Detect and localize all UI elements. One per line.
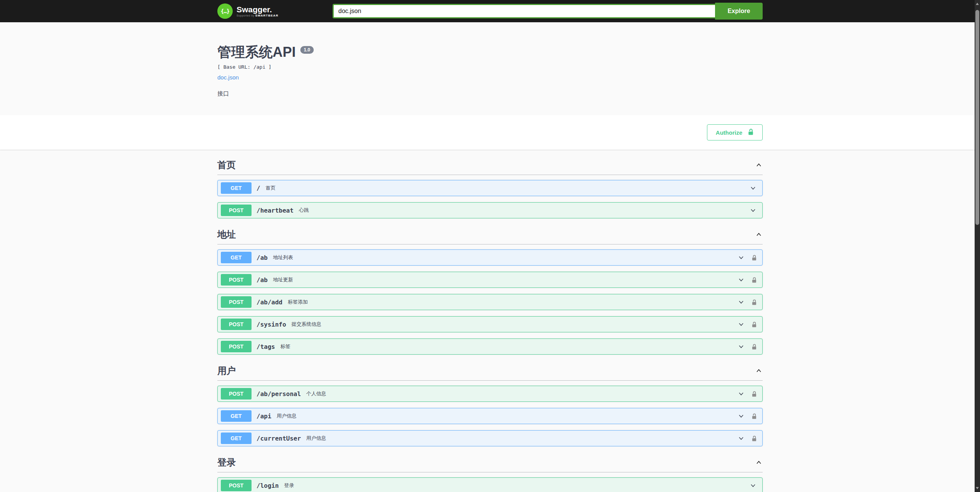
operation-row[interactable]: POST/login登录 — [217, 477, 763, 492]
section-header[interactable]: 地址 — [217, 225, 763, 244]
chevron-up-icon[interactable] — [755, 161, 763, 169]
brand-subtitle: Supported by SMARTBEAR — [237, 14, 278, 17]
lock-icon[interactable] — [752, 254, 757, 261]
method-badge: POST — [221, 319, 252, 330]
scrollbar-down-arrow[interactable] — [976, 487, 979, 489]
method-badge: GET — [221, 410, 252, 422]
operation-summary: 个人信息 — [306, 390, 326, 397]
operation-row-controls — [737, 254, 757, 261]
section-header[interactable]: 用户 — [217, 361, 763, 381]
chevron-down-icon[interactable] — [749, 184, 757, 192]
method-badge: POST — [221, 274, 252, 286]
operation-row[interactable]: POST/ab/add标签添加 — [217, 294, 763, 310]
operation-row[interactable]: GET/currentUser用户信息 — [217, 430, 763, 446]
operation-row[interactable]: GET/首页 — [217, 180, 763, 196]
page-title: 管理系统API1.0 — [217, 43, 763, 62]
operation-path: /ab — [257, 276, 268, 284]
operation-summary: 首页 — [266, 185, 276, 192]
section-title: 用户 — [217, 365, 236, 377]
chevron-up-icon[interactable] — [755, 367, 763, 375]
unlock-icon — [748, 128, 754, 137]
chevron-down-icon[interactable] — [749, 206, 757, 214]
operation-row-controls — [737, 412, 757, 420]
operation-summary: 登录 — [284, 482, 294, 489]
operation-path: /currentUser — [257, 435, 301, 442]
operation-path: /ab/personal — [257, 390, 301, 398]
operation-summary: 用户信息 — [277, 413, 297, 419]
operation-row[interactable]: POST/tags标签 — [217, 338, 763, 355]
chevron-down-icon[interactable] — [737, 343, 745, 350]
operation-summary: 标签添加 — [288, 299, 308, 305]
operation-row[interactable]: POST/ab/personal个人信息 — [217, 386, 763, 402]
explore-button[interactable]: Explore — [715, 3, 763, 20]
authorize-label: Authorize — [716, 129, 742, 136]
operation-path: /api — [257, 413, 271, 420]
lock-icon[interactable] — [752, 321, 757, 328]
chevron-down-icon[interactable] — [737, 320, 745, 328]
chevron-down-icon[interactable] — [737, 254, 745, 261]
topbar: {…} Swagger. Supported by SMARTBEAR Expl… — [0, 0, 980, 22]
chevron-down-icon[interactable] — [737, 298, 745, 306]
operation-row[interactable]: POST/ab地址更新 — [217, 272, 763, 288]
base-url: [ Base URL: /api ] — [217, 64, 763, 70]
scrollbar[interactable] — [975, 0, 980, 492]
section-header[interactable]: 首页 — [217, 155, 763, 175]
api-section: 地址GET/ab地址列表POST/ab地址更新POST/ab/add标签添加PO… — [217, 225, 763, 355]
operation-row[interactable]: POST/heartbeat心跳 — [217, 202, 763, 218]
method-badge: POST — [221, 341, 252, 352]
lock-icon[interactable] — [752, 277, 757, 283]
operation-summary: 心跳 — [299, 207, 309, 214]
method-badge: POST — [221, 388, 252, 400]
section-header[interactable]: 登录 — [217, 452, 763, 472]
api-section: 登录POST/login登录POST/login/out登录退出 — [217, 452, 763, 492]
lock-icon[interactable] — [752, 343, 757, 350]
operation-path: /tags — [257, 343, 275, 350]
api-section: 首页GET/首页POST/heartbeat心跳 — [217, 155, 763, 218]
operation-row-controls — [737, 276, 757, 284]
lock-icon[interactable] — [752, 299, 757, 305]
operation-row-controls — [737, 390, 757, 398]
info-section: 管理系统API1.0 [ Base URL: /api ] doc.json 接… — [0, 22, 980, 115]
scrollbar-thumb[interactable] — [975, 10, 979, 225]
api-description: 接口 — [217, 90, 763, 97]
supported-by-label: Supported by — [237, 14, 254, 17]
operation-row[interactable]: POST/sysinfo提交系统信息 — [217, 316, 763, 332]
spec-link[interactable]: doc.json — [217, 74, 239, 81]
lock-icon[interactable] — [752, 391, 757, 397]
chevron-up-icon[interactable] — [755, 459, 763, 466]
operation-row[interactable]: GET/ab地址列表 — [217, 249, 763, 266]
operation-summary: 用户信息 — [306, 435, 326, 442]
method-badge: GET — [221, 433, 252, 444]
authorize-button[interactable]: Authorize — [707, 124, 763, 140]
chevron-up-icon[interactable] — [755, 231, 763, 238]
chevron-down-icon[interactable] — [749, 482, 757, 489]
chevron-down-icon[interactable] — [737, 276, 745, 284]
section-title: 首页 — [217, 159, 236, 171]
smartbear-label: SMARTBEAR — [255, 14, 278, 17]
operation-summary: 标签 — [280, 343, 290, 350]
operation-row-controls — [749, 206, 757, 214]
operation-row-controls — [737, 434, 757, 442]
method-badge: GET — [221, 182, 252, 194]
operation-row-controls — [737, 343, 757, 350]
lock-icon[interactable] — [752, 413, 757, 419]
operation-row-controls — [749, 184, 757, 192]
lock-icon[interactable] — [752, 435, 757, 442]
spec-url-input[interactable] — [333, 4, 715, 18]
chevron-down-icon[interactable] — [737, 390, 745, 398]
method-badge: POST — [221, 205, 252, 216]
brand-name: Swagger. — [237, 5, 278, 14]
chevron-down-icon[interactable] — [737, 412, 745, 420]
method-badge: POST — [221, 480, 252, 491]
operation-row[interactable]: GET/api用户信息 — [217, 408, 763, 424]
scrollbar-up-arrow[interactable] — [976, 3, 979, 5]
operation-path: / — [257, 185, 260, 192]
swagger-logo-icon: {…} — [217, 3, 233, 19]
operation-row-controls — [737, 298, 757, 306]
swagger-logo-link[interactable]: {…} Swagger. Supported by SMARTBEAR — [217, 3, 278, 19]
chevron-down-icon[interactable] — [737, 434, 745, 442]
api-title-text: 管理系统API — [217, 44, 296, 60]
scheme-container: Authorize — [0, 115, 980, 150]
operation-row-controls — [749, 482, 757, 489]
section-title: 地址 — [217, 228, 236, 241]
